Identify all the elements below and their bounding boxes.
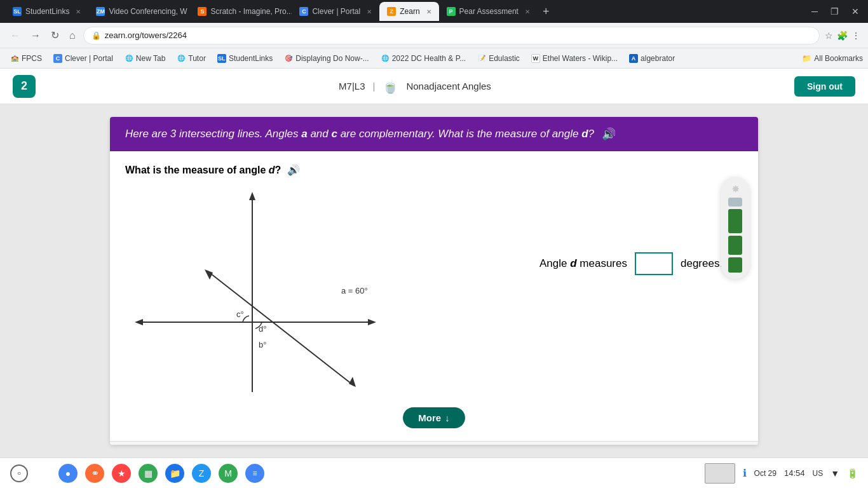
numpad-9[interactable]: 9 [434, 445, 467, 445]
tab-clever[interactable]: C Clever | Portal ✕ [292, 2, 379, 21]
tab-studentlinks[interactable]: SL StudentLinks ✕ [5, 2, 88, 21]
tab-close-zearn[interactable]: ✕ [426, 8, 431, 15]
bookmark-edulastic[interactable]: 📝 Edulastic [472, 53, 525, 64]
bookmark-fpcs-label: FPCS [22, 54, 42, 63]
window-controls: ─ ❐ ✕ [808, 5, 863, 18]
progress-sidebar: ✸ [721, 177, 750, 279]
tab-favicon-pear: P [447, 7, 456, 16]
taskbar-green-icon[interactable]: ▦ [139, 464, 158, 483]
taskbar-red-icon[interactable]: ★ [112, 464, 131, 483]
lesson-icon: 🍵 [383, 79, 398, 94]
sidebar-star-icon: ✸ [731, 183, 740, 195]
taskbar-meet-icon[interactable]: M [219, 464, 238, 483]
back-button[interactable]: ← [8, 27, 23, 44]
bookmark-clever-label: Clever | Portal [65, 54, 113, 63]
numpad-backspace[interactable]: ⌫ [625, 445, 658, 445]
bookmark-dchealth-icon: 🌐 [381, 54, 390, 63]
numpad-2[interactable]: 2 [167, 445, 200, 445]
tab-zoom[interactable]: ZM Video Conferencing, W ✕ [88, 2, 190, 21]
question-header: Here are 3 intersecting lines. Angles a … [110, 117, 758, 151]
home-button[interactable]: ⌂ [67, 27, 78, 44]
close-button[interactable]: ✕ [848, 5, 863, 18]
tab-close-pear[interactable]: ✕ [525, 8, 530, 15]
menu-icon[interactable]: ⋮ [851, 30, 860, 41]
taskbar-notification-icon[interactable]: ℹ [743, 467, 747, 479]
sub-question-text: What is the measure of angle d? [125, 165, 281, 176]
bookmark-studentlinks-icon: SL [217, 54, 226, 63]
bookmark-algebrator[interactable]: A algebrator [624, 53, 680, 64]
tab-bar: SL StudentLinks ✕ ZM Video Conferencing,… [0, 0, 868, 23]
zearn-logo-icon: 2 [13, 75, 36, 98]
tab-pear[interactable]: P Pear Assessment ✕ [439, 2, 538, 21]
numpad-1[interactable]: 1 [129, 445, 162, 445]
angle-a-label: a = 60° [341, 286, 368, 295]
bookmark-ethel-label: Ethel Waters - Wikip... [543, 54, 618, 63]
taskbar-circle-button[interactable]: ○ [10, 464, 28, 482]
bookmark-fpcs[interactable]: 🏫 FPCS [5, 53, 47, 64]
audio-icon-header[interactable]: 🔊 [602, 127, 616, 141]
numpad-comma[interactable]: , [548, 445, 581, 445]
bookmark-ethel[interactable]: W Ethel Waters - Wikip... [526, 53, 623, 64]
numpad-4[interactable]: 4 [243, 445, 276, 445]
angle-c-label: c° [236, 309, 244, 319]
app-header: 2 M7|L3 | 🍵 Nonadjacent Angles Sign out [0, 69, 868, 104]
app-nav-center: M7|L3 | 🍵 Nonadjacent Angles [339, 79, 491, 94]
minimize-button[interactable]: ─ [808, 5, 822, 18]
numpad-0[interactable]: 0 [472, 445, 505, 445]
question-body: What is the measure of angle d? 🔊 [110, 151, 758, 441]
sign-out-button[interactable]: Sign out [794, 76, 855, 97]
taskbar-wifi-icon: ▼ [831, 468, 839, 478]
taskbar-extension-icon[interactable]: ⚭ [85, 464, 104, 483]
numpad-period[interactable]: . [587, 445, 620, 445]
tab-zearn[interactable]: Z Zearn ✕ [379, 2, 438, 21]
extension-puzzle-icon[interactable]: 🧩 [837, 30, 848, 41]
tab-close-clever[interactable]: ✕ [367, 8, 372, 15]
url-input[interactable]: 🔒 zearn.org/towers/2264 [83, 27, 820, 44]
refresh-button[interactable]: ↻ [48, 27, 62, 44]
numpad-minus[interactable]: - [510, 445, 543, 445]
taskbar-preview[interactable] [705, 463, 735, 484]
sidebar-bar-4 [728, 257, 742, 273]
tab-close-studentlinks[interactable]: ✕ [76, 8, 81, 15]
all-bookmarks-button[interactable]: 📁 All Bookmarks [802, 54, 863, 63]
taskbar: ○ ● ⚭ ★ ▦ 📁 Z M ≡ ℹ Oct 29 14:54 US ▼ 🔋 [0, 458, 868, 488]
sidebar-bar-1 [728, 198, 742, 207]
numpad-5[interactable]: 5 [281, 445, 315, 445]
taskbar-blue-folder-icon[interactable]: 📁 [165, 464, 184, 483]
bookmark-displaying[interactable]: 🎯 Displaying Do Now-... [279, 53, 374, 64]
url-text: zearn.org/towers/2264 [105, 30, 187, 40]
tab-scratch[interactable]: S Scratch - Imagine, Pro... ✕ [190, 2, 292, 21]
bookmark-algebrator-icon: A [629, 54, 638, 63]
taskbar-chrome-icon[interactable]: ● [58, 464, 78, 483]
taskbar-zoom-icon[interactable]: Z [192, 464, 211, 483]
restore-button[interactable]: ❐ [827, 5, 843, 18]
more-button[interactable]: More ↓ [403, 407, 465, 428]
answer-input-box[interactable] [635, 252, 673, 275]
more-arrow-icon: ↓ [445, 412, 450, 423]
question-header-text: Here are 3 intersecting lines. Angles a … [125, 128, 594, 140]
new-tab-button[interactable]: + [538, 3, 555, 21]
numpad-6[interactable]: 6 [320, 445, 353, 445]
bookmark-newtab[interactable]: 🌐 New Tab [119, 53, 170, 64]
taskbar-docs-icon[interactable]: ≡ [245, 464, 264, 483]
forward-button[interactable]: → [28, 27, 43, 44]
taskbar-date: Oct 29 [754, 469, 776, 478]
bookmark-tutor[interactable]: 🌐 Tutor [172, 53, 211, 64]
numpad-3[interactable]: 3 [205, 445, 238, 445]
bookmark-edulastic-icon: 📝 [477, 54, 486, 63]
content-area: a = 60° c° d° b° Angle d measures degree… [125, 189, 743, 401]
geometry-diagram: a = 60° c° d° b° [125, 189, 392, 398]
numpad-8[interactable]: 8 [396, 445, 429, 445]
tab-label-zearn: Zearn [400, 7, 419, 16]
bookmark-newtab-label: New Tab [136, 54, 165, 63]
numpad-7[interactable]: 7 [358, 445, 391, 445]
all-bookmarks-label: All Bookmarks [814, 54, 863, 63]
bookmark-clever[interactable]: C Clever | Portal [48, 53, 118, 64]
app-logo[interactable]: 2 [13, 75, 36, 98]
bookmark-dchealth[interactable]: 🌐 2022 DC Health & P... [376, 53, 471, 64]
bookmark-studentlinks[interactable]: SL StudentLinks [212, 53, 278, 64]
star-icon[interactable]: ☆ [825, 30, 833, 41]
taskbar-battery-icon: 🔋 [847, 468, 858, 478]
tab-label-clever: Clever | Portal [312, 7, 360, 16]
audio-icon-sub[interactable]: 🔊 [287, 164, 300, 176]
